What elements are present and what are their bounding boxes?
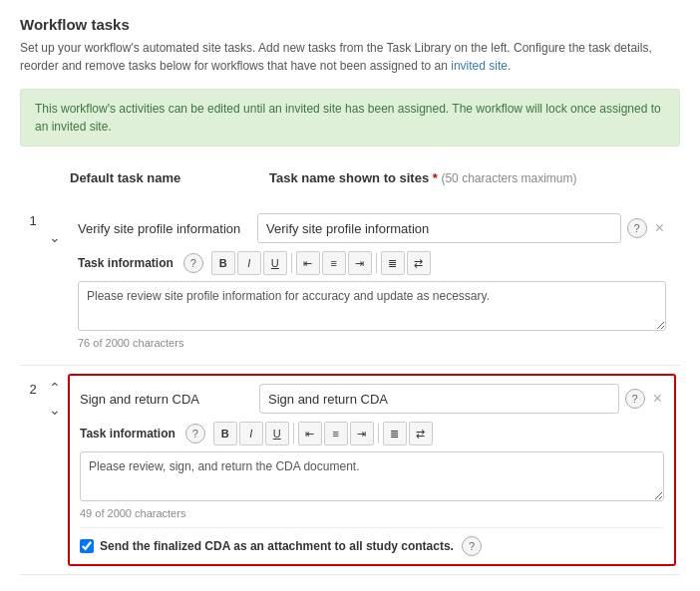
task-2-align-left-btn[interactable]: ⇤ (298, 422, 322, 445)
task-row-3: ⌃ View protocol ? × (20, 575, 680, 591)
task-1-align-right-btn[interactable]: ⇥ (348, 251, 372, 275)
task-block-3: View protocol ? × (68, 583, 676, 591)
task-2-textarea[interactable]: Please review, sign, and return the CDA … (80, 451, 664, 501)
task-1-bold-btn[interactable]: B (211, 251, 235, 275)
task-1-name-input[interactable] (257, 213, 621, 243)
task-1-info-label: Task information (78, 256, 174, 270)
task-number-2: 2 (24, 374, 42, 566)
task-2-info-label: Task information (80, 427, 175, 441)
task-2-default-name: Sign and return CDA (80, 392, 259, 407)
task-2-ordered-list-btn[interactable]: ⇄ (409, 422, 433, 445)
task-2-close-button[interactable]: × (651, 390, 664, 408)
task-1-italic-btn[interactable]: I (237, 251, 261, 275)
table-header: Default task name Task name shown to sit… (20, 164, 680, 191)
task-2-char-count: 49 of 2000 characters (80, 507, 664, 519)
task-1-underline-btn[interactable]: U (263, 251, 287, 275)
task-1-toolbar-div2 (376, 253, 377, 273)
page-title: Workflow tasks (20, 16, 680, 33)
task-1-main-row: Verify site profile information ? × (78, 213, 666, 243)
task-row-1: 1 ⌄ Verify site profile information ? × … (20, 197, 680, 366)
task-2-checkbox[interactable] (80, 539, 94, 553)
task-1-info-row: Task information ? B I U ⇤ ≡ ⇥ ≣ ⇄ (78, 251, 666, 275)
task-content-2: Sign and return CDA ? × Task information… (68, 374, 676, 566)
task-2-checkbox-label: Send the finalized CDA as an attachment … (100, 539, 454, 553)
task-2-up-arrow[interactable]: ⌃ (47, 380, 63, 396)
task-1-info-help-icon[interactable]: ? (183, 253, 203, 273)
task-1-down-arrow[interactable]: ⌄ (47, 229, 63, 245)
task-content-1: Verify site profile information ? × Task… (68, 205, 676, 357)
task-2-underline-btn[interactable]: U (265, 422, 289, 445)
task-2-align-center-btn[interactable]: ≡ (324, 422, 348, 445)
task-block-1: Verify site profile information ? × Task… (68, 205, 676, 357)
task-2-name-input[interactable] (259, 384, 619, 414)
task-2-down-arrow[interactable]: ⌄ (47, 402, 63, 418)
task-arrows-1: ⌄ (42, 205, 68, 357)
task-content-3: View protocol ? × (68, 583, 676, 591)
task-2-list-btn[interactable]: ≣ (383, 422, 407, 445)
task-arrows-3: ⌃ (42, 583, 68, 591)
task-2-bold-btn[interactable]: B (213, 422, 237, 445)
task-2-toolbar-div2 (378, 424, 379, 443)
task-2-info-row: Task information ? B I U ⇤ ≡ ⇥ ≣ ⇄ (80, 422, 664, 445)
task-block-2: Sign and return CDA ? × Task information… (68, 374, 676, 566)
task-2-align-right-btn[interactable]: ⇥ (350, 422, 374, 445)
task-number-3 (24, 583, 42, 591)
col-default-header: Default task name (70, 170, 269, 185)
task-2-help-icon[interactable]: ? (625, 389, 645, 409)
task-1-default-name: Verify site profile information (78, 221, 257, 236)
task-1-close-button[interactable]: × (653, 219, 666, 237)
task-1-toolbar-div1 (291, 253, 292, 273)
task-2-toolbar-div1 (293, 424, 294, 443)
task-1-char-count: 76 of 2000 characters (78, 337, 666, 349)
task-1-align-center-btn[interactable]: ≡ (322, 251, 346, 275)
col-task-name-header: Task name shown to sites * (50 character… (269, 170, 576, 185)
task-2-checkbox-row: Send the finalized CDA as an attachment … (80, 527, 664, 556)
task-1-toolbar: B I U ⇤ ≡ ⇥ ≣ ⇄ (211, 251, 431, 275)
task-arrows-2: ⌃ ⌄ (42, 374, 68, 566)
invited-site-link[interactable]: invited site (451, 59, 508, 73)
task-1-textarea[interactable]: Please review site profile information f… (78, 281, 666, 331)
task-number-1: 1 (24, 205, 42, 357)
task-row-2: 2 ⌃ ⌄ Sign and return CDA ? × Task infor… (20, 366, 680, 575)
task-1-list-btn[interactable]: ≣ (381, 251, 405, 275)
task-1-align-left-btn[interactable]: ⇤ (296, 251, 320, 275)
task-2-toolbar: B I U ⇤ ≡ ⇥ ≣ ⇄ (213, 422, 433, 445)
task-1-help-icon[interactable]: ? (627, 218, 647, 238)
task-2-info-help-icon[interactable]: ? (185, 424, 205, 443)
info-banner: This workflow's activities can be edited… (20, 89, 680, 147)
task-1-ordered-list-btn[interactable]: ⇄ (407, 251, 431, 275)
task-2-checkbox-help-icon[interactable]: ? (462, 536, 482, 556)
page-container: Workflow tasks Set up your workflow's au… (0, 0, 700, 591)
page-subtitle: Set up your workflow's automated site ta… (20, 39, 680, 75)
task-2-main-row: Sign and return CDA ? × (80, 384, 664, 414)
task-2-italic-btn[interactable]: I (239, 422, 263, 445)
